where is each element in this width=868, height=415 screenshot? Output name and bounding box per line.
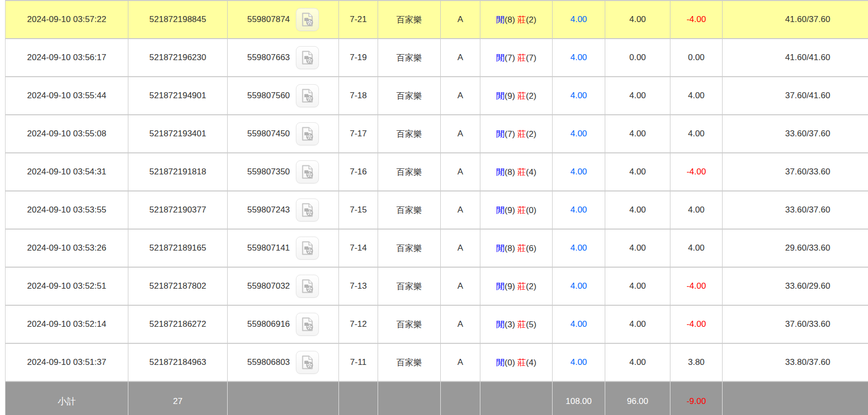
cell-round-id: 559807663 [228,39,339,77]
video-replay-button[interactable] [296,122,319,145]
cell-table-letter: A [441,1,480,39]
cell-round-id: 559807032 [228,267,339,305]
cell-game-name: 百家樂 [378,191,441,229]
cell-bet-amount: 4.00 [553,229,605,267]
bet-record-row: 2024-09-10 03:55:08 521872193401 5598074… [6,115,868,153]
subtotal-valid-total: 96.00 [605,381,670,415]
bet-record-row: 2024-09-10 03:52:51 521872187802 5598070… [6,267,868,305]
video-film-icon [299,316,315,332]
video-replay-button[interactable] [296,351,319,374]
cell-round-number: 7-12 [339,305,378,343]
bet-history-panel: 2024-09-10 03:57:22 521872198845 5598078… [5,0,868,415]
cell-round-number: 7-16 [339,153,378,191]
cell-balance: 33.60/37.60 [723,115,868,153]
cell-round-number: 7-17 [339,115,378,153]
player-result-score: (9) [504,91,515,101]
bet-record-row: 2024-09-10 03:53:55 521872190377 5598072… [6,191,868,229]
banker-result-score: (0) [526,205,537,215]
banker-result-label: 莊 [517,358,526,367]
cell-win-loss: -4.00 [670,267,723,305]
cell-game-name: 百家樂 [378,267,441,305]
player-result-score: (7) [504,129,515,139]
banker-result-label: 莊 [517,15,526,25]
cell-bet-id: 521872186272 [128,305,228,343]
cell-table-letter: A [441,229,480,267]
video-replay-button[interactable] [296,198,319,222]
round-id-text: 559807032 [247,281,290,291]
video-replay-button[interactable] [296,237,319,260]
cell-valid-amount: 4.00 [605,305,670,343]
round-id-text: 559807243 [247,205,290,215]
cell-bet-time: 2024-09-10 03:52:51 [6,267,128,305]
video-replay-button[interactable] [296,8,319,31]
banker-result-score: (2) [526,91,537,101]
cell-table-letter: A [441,39,480,77]
cell-table-letter: A [441,305,480,343]
banker-result-score: (2) [526,15,537,25]
banker-result-score: (6) [526,244,537,253]
cell-bet-time: 2024-09-10 03:55:44 [6,77,128,115]
subtotal-count: 27 [128,381,228,415]
cell-win-loss: -4.00 [670,1,723,39]
round-id-text: 559807350 [247,167,290,177]
video-replay-button[interactable] [296,313,319,336]
round-id-text: 559806916 [247,319,290,329]
cell-win-loss: -4.00 [670,305,723,343]
banker-result-label: 莊 [517,320,526,329]
banker-result-score: (2) [526,282,537,291]
cell-balance: 41.60/41.60 [723,39,868,77]
cell-bet-time: 2024-09-10 03:54:31 [6,153,128,191]
video-replay-button[interactable] [296,275,319,298]
cell-bet-time: 2024-09-10 03:55:08 [6,115,128,153]
cell-bet-amount: 4.00 [553,1,605,39]
cell-win-loss: 4.00 [670,191,723,229]
cell-round-id: 559807560 [228,77,339,115]
player-result-score: (8) [504,244,515,253]
subtotal-label: 小計 [6,381,128,415]
cell-bet-time: 2024-09-10 03:53:26 [6,229,128,267]
cell-bet-amount: 4.00 [553,267,605,305]
cell-bet-amount: 4.00 [553,343,605,381]
cell-round-id: 559807243 [228,191,339,229]
cell-win-loss: 4.00 [670,115,723,153]
cell-valid-amount: 4.00 [605,191,670,229]
cell-round-id: 559806803 [228,343,339,381]
cell-table-letter: A [441,115,480,153]
video-replay-button[interactable] [296,160,319,183]
round-id-text: 559807141 [247,243,290,253]
cell-balance: 37.60/33.60 [723,305,868,343]
cell-win-loss: 4.00 [670,77,723,115]
video-replay-button[interactable] [296,46,319,69]
player-result-label: 閒 [496,53,504,63]
subtotal-empty-cell [339,381,378,415]
cell-bet-time: 2024-09-10 03:56:17 [6,39,128,77]
cell-table-letter: A [441,77,480,115]
round-id-text: 559807450 [247,129,290,139]
player-result-score: (9) [504,205,515,215]
cell-round-number: 7-19 [339,39,378,77]
cell-bet-id: 521872184963 [128,343,228,381]
cell-round-id: 559807874 [228,1,339,39]
cell-valid-amount: 4.00 [605,343,670,381]
video-replay-button[interactable] [296,84,319,107]
cell-table-letter: A [441,191,480,229]
cell-bet-amount: 4.00 [553,39,605,77]
banker-result-label: 莊 [517,129,526,139]
banker-result-score: (4) [526,167,537,177]
video-film-icon [299,202,315,218]
player-result-score: (8) [504,15,515,25]
cell-bet-id: 521872194901 [128,77,228,115]
player-result-score: (7) [504,53,515,63]
cell-bet-id: 521872189165 [128,229,228,267]
cell-bet-amount: 4.00 [553,153,605,191]
cell-game-result: 閒(9) 莊(0) [480,191,553,229]
subtotal-empty-cell [378,381,441,415]
player-result-label: 閒 [496,129,504,139]
cell-round-id: 559806916 [228,305,339,343]
cell-round-number: 7-13 [339,267,378,305]
cell-game-result: 閒(3) 莊(5) [480,305,553,343]
player-result-label: 閒 [496,282,504,291]
cell-round-number: 7-21 [339,1,378,39]
player-result-label: 閒 [496,205,504,215]
subtotal-bet-total: 108.00 [553,381,605,415]
